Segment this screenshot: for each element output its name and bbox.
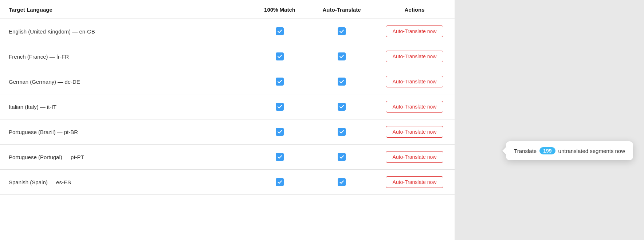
tooltip-count-badge: 199: [539, 147, 555, 154]
cell-match: [251, 19, 309, 44]
checkbox-match[interactable]: [276, 52, 284, 60]
cell-match: [251, 44, 309, 69]
cell-auto-translate: [309, 170, 374, 195]
main-panel: Target Language 100% Match Auto-Translat…: [0, 0, 455, 240]
checkbox-auto[interactable]: [338, 78, 346, 86]
checkbox-match[interactable]: [276, 103, 284, 111]
table-row: Spanish (Spain) — es-ES Auto-Translate n…: [0, 170, 455, 195]
auto-translate-button-0[interactable]: Auto-Translate now: [386, 25, 444, 37]
tooltip-popup: Translate 199 untranslated segments now: [506, 141, 633, 160]
cell-language: Spanish (Spain) — es-ES: [0, 170, 251, 195]
checkbox-match[interactable]: [276, 78, 284, 86]
cell-actions: Auto-Translate now: [374, 119, 455, 145]
cell-language: English (United Kingdom) — en-GB: [0, 19, 251, 44]
header-language: Target Language: [0, 0, 251, 19]
cell-match: [251, 69, 309, 94]
auto-translate-button-6[interactable]: Auto-Translate now: [386, 176, 444, 188]
cell-language: German (Germany) — de-DE: [0, 69, 251, 94]
checkbox-match[interactable]: [276, 128, 284, 136]
checkbox-auto[interactable]: [338, 128, 346, 136]
cell-language: Italian (Italy) — it-IT: [0, 94, 251, 119]
table-container: Target Language 100% Match Auto-Translat…: [0, 0, 455, 195]
cell-auto-translate: [309, 69, 374, 94]
cell-actions: Auto-Translate now: [374, 44, 455, 69]
table-row: Italian (Italy) — it-IT Auto-Translate n…: [0, 94, 455, 119]
header-auto-translate: Auto-Translate: [309, 0, 374, 19]
table-row: Portuguese (Portugal) — pt-PT Auto-Trans…: [0, 145, 455, 170]
languages-table: Target Language 100% Match Auto-Translat…: [0, 0, 455, 195]
auto-translate-button-5[interactable]: Auto-Translate now: [386, 151, 444, 163]
table-row: English (United Kingdom) — en-GB Auto-Tr…: [0, 19, 455, 44]
header-actions: Actions: [374, 0, 455, 19]
cell-actions: Auto-Translate now: [374, 19, 455, 44]
table-row: German (Germany) — de-DE Auto-Translate …: [0, 69, 455, 94]
tooltip-prefix: Translate: [514, 148, 537, 154]
auto-translate-button-1[interactable]: Auto-Translate now: [386, 51, 444, 62]
cell-auto-translate: [309, 145, 374, 170]
auto-translate-button-2[interactable]: Auto-Translate now: [386, 76, 444, 87]
cell-match: [251, 94, 309, 119]
checkbox-auto[interactable]: [338, 103, 346, 111]
checkbox-auto[interactable]: [338, 52, 346, 60]
cell-language: French (France) — fr-FR: [0, 44, 251, 69]
header-match: 100% Match: [251, 0, 309, 19]
cell-match: [251, 170, 309, 195]
checkbox-auto[interactable]: [338, 27, 346, 35]
table-row: French (France) — fr-FR Auto-Translate n…: [0, 44, 455, 69]
auto-translate-button-4[interactable]: Auto-Translate now: [386, 126, 444, 138]
cell-language: Portuguese (Portugal) — pt-PT: [0, 145, 251, 170]
cell-language: Portuguese (Brazil) — pt-BR: [0, 119, 251, 145]
cell-auto-translate: [309, 44, 374, 69]
cell-auto-translate: [309, 19, 374, 44]
tooltip-suffix: untranslated segments now: [558, 148, 625, 154]
checkbox-auto[interactable]: [338, 178, 346, 186]
cell-actions: Auto-Translate now: [374, 170, 455, 195]
cell-auto-translate: [309, 119, 374, 145]
cell-actions: Auto-Translate now: [374, 69, 455, 94]
cell-actions: Auto-Translate now: [374, 145, 455, 170]
checkbox-match[interactable]: [276, 27, 284, 35]
cell-match: [251, 145, 309, 170]
auto-translate-button-3[interactable]: Auto-Translate now: [386, 101, 444, 113]
cell-actions: Auto-Translate now: [374, 94, 455, 119]
table-row: Portuguese (Brazil) — pt-BR Auto-Transla…: [0, 119, 455, 145]
cell-auto-translate: [309, 94, 374, 119]
checkbox-auto[interactable]: [338, 153, 346, 161]
checkbox-match[interactable]: [276, 153, 284, 161]
checkbox-match[interactable]: [276, 178, 284, 186]
cell-match: [251, 119, 309, 145]
side-panel: Translate 199 untranslated segments now: [455, 0, 644, 240]
